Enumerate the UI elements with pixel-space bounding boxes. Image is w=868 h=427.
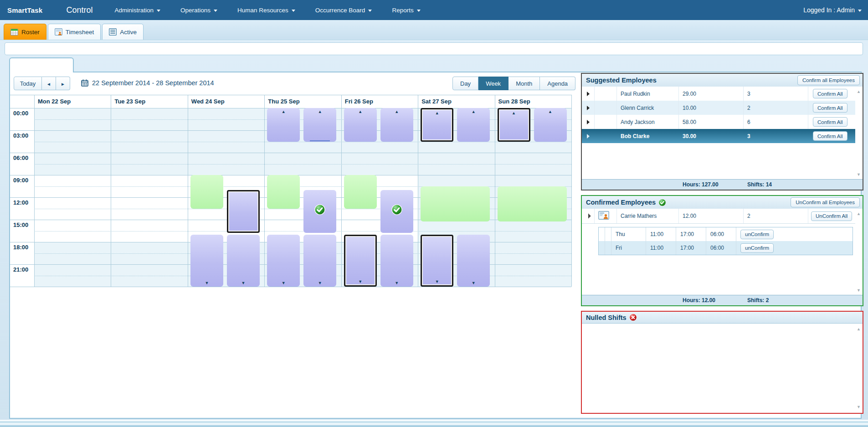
spacer-cell [605,241,611,255]
scroll-down-arrow[interactable]: ▼ [855,288,863,293]
expander-cell[interactable] [582,129,595,143]
shift-row[interactable]: Fri11:0017:0006:00unConfirm [599,241,853,255]
navbar-menu-operations[interactable]: Operations [170,0,227,20]
suggested-employee-row[interactable]: Glenn Carrick10.002Confirm All [582,101,855,115]
expander-cell[interactable] [582,101,595,115]
continues-later-icon: ▼ [303,281,336,285]
employee-name-cell: Andy Jackson [617,115,679,129]
shift-event[interactable] [380,190,413,233]
view-day-button[interactable]: Day [452,77,478,90]
day-header: Sat 27 Sep [418,95,494,108]
employee-hours-cell: 10.00 [679,101,744,115]
shift-event[interactable]: ▲ [303,108,336,142]
continues-earlier-icon: ▲ [422,111,452,115]
shift-event[interactable]: ▲ [380,108,413,142]
shift-event[interactable]: ▼ [267,235,300,287]
suggested-employee-row[interactable]: Bob Clarke30.003Confirm All [582,129,855,143]
view-agenda-button[interactable]: Agenda [540,77,575,90]
scroll-down-arrow[interactable]: ▼ [855,405,863,409]
tab-roster[interactable]: Roster [4,24,46,40]
today-button[interactable]: Today [14,77,42,90]
unconfirm-all-employees-button[interactable]: UnConfirm all Employees [791,197,860,207]
logged-in-menu[interactable]: Logged In : Admin [803,6,868,14]
tab-active[interactable]: Active [102,24,144,40]
navbar-menu-administration[interactable]: Administration [104,0,170,20]
suggested-employee-row[interactable]: Andy Jackson58.006Confirm All [582,115,855,129]
navbar-menu-occurrence-board[interactable]: Occurrence Board [305,0,382,20]
unconfirm-shift-button[interactable]: unConfirm [740,230,774,239]
shift-event[interactable]: ▲ [421,108,453,142]
confirm-all-employees-button[interactable]: Confirm all Employees [797,75,860,85]
view-month-button[interactable]: Month [508,77,540,90]
shift-event[interactable]: ▲ [498,108,530,142]
employee-hours-cell: 12.00 [679,209,744,223]
vertical-scrollbar[interactable]: ▲▼ [855,325,863,411]
continues-earlier-icon: ▲ [457,109,490,114]
shift-event[interactable] [227,190,260,233]
day-header: Thu 25 Sep [264,95,341,108]
shift-event[interactable]: ▼ [421,235,453,287]
grid-halfhour-line [34,209,571,209]
open-shift-event[interactable] [190,175,223,209]
scroll-down-arrow[interactable]: ▼ [855,172,863,177]
time-label: 12:00 [10,197,37,206]
confirm-all-button[interactable]: Confirm All [813,131,847,141]
grid-column-line [418,95,418,287]
shift-day-cell: Fri [611,241,646,255]
grid-halfhour-line [34,276,571,276]
scroll-up-arrow[interactable]: ▲ [855,89,863,94]
brand-logo[interactable]: SmartTask [7,6,42,14]
shift-event[interactable]: ▼ [190,235,223,287]
navbar-menu-reports[interactable]: Reports [382,0,430,20]
tab-timesheet[interactable]: Timesheet [48,24,101,40]
confirmed-check-icon [658,199,666,206]
time-label: 06:00 [10,153,37,161]
shift-event[interactable]: ▼ [380,235,413,287]
unconfirm-all-button[interactable]: UnConfirm All [811,211,852,221]
confirmed-check-icon [391,204,402,215]
shift-event[interactable]: ▲ [534,108,567,142]
vertical-scrollbar[interactable]: ▲▼ [855,210,863,294]
panel-title: Nulled Shifts [586,314,637,321]
shift-event[interactable]: ▲ [457,108,490,142]
scroll-up-arrow[interactable]: ▲ [855,327,863,331]
employee-shifts-cell: 3 [744,87,808,101]
time-label: 15:00 [10,220,37,228]
roster-calendar-icon [10,28,18,36]
open-shift-event[interactable] [267,175,300,209]
day-header: Fri 26 Sep [341,95,418,108]
grid-line [10,153,571,153]
shift-event[interactable] [303,190,336,233]
suggested-employee-row[interactable]: Paul Rudkin29.003Confirm All [582,87,855,101]
collapsed-filter-bar[interactable] [5,42,863,55]
prev-week-button[interactable]: ◄ [42,77,56,90]
shift-event[interactable]: ▼ [344,235,377,287]
shift-row[interactable]: Thu11:0017:0006:00unConfirm [599,227,853,241]
open-shift-event[interactable] [421,186,490,222]
shift-event[interactable]: ▲ [344,108,377,142]
confirm-all-button[interactable]: Confirm All [813,103,847,113]
expander-cell[interactable] [582,209,595,223]
next-week-button[interactable]: ► [56,77,70,90]
open-shift-event[interactable] [344,175,377,209]
scroll-up-arrow[interactable]: ▲ [855,211,863,216]
top-navbar: SmartTask Control AdministrationOperatio… [0,0,868,20]
confirm-all-button[interactable]: Confirm All [813,117,847,127]
expander-cell[interactable] [582,87,595,101]
open-shift-event[interactable] [498,186,567,222]
shift-event[interactable]: ▼ [457,235,490,287]
nulled-shifts-body [582,324,863,413]
confirm-all-button[interactable]: Confirm All [813,89,847,98]
unconfirm-shift-button[interactable]: unConfirm [740,243,774,253]
roster-page-tab[interactable] [9,57,74,72]
expander-cell[interactable] [582,115,595,129]
shift-event[interactable]: ▼ [303,235,336,287]
vertical-scrollbar[interactable]: ▲▼ [855,87,863,179]
date-range-label: 22 September 2014 - 28 September 2014 [92,79,214,87]
navbar-menu-human-resources[interactable]: Human Resources [227,0,305,20]
shift-event[interactable]: ▲ [267,108,300,142]
confirmed-employee-row[interactable]: Carrie Mathers12.002UnConfirm All [582,209,855,224]
shift-event[interactable]: ▼ [227,235,260,287]
view-week-button[interactable]: Week [478,77,508,90]
resize-handle[interactable] [310,140,330,141]
